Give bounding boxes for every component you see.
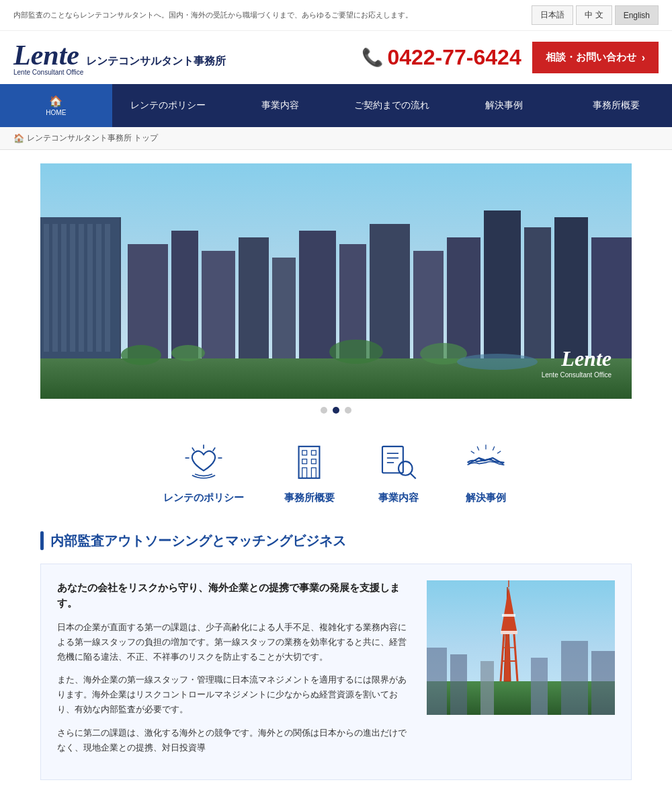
icon-grid: レンテのポリシー 事務所概要 事業内容 [34,422,638,518]
contact-button[interactable]: 相談・お問い合わせ › [532,42,659,73]
nav-business[interactable]: 事業内容 [224,84,336,127]
nav-flow-label: ご契約までの流れ [354,100,429,112]
logo-subtitle: レンテコンサルタント事務所 [86,54,226,69]
navigation: 🏠 HOME レンテのポリシー 事業内容 ご契約までの流れ 解決事例 事務所概要 [0,84,672,127]
policy-icon [180,442,227,482]
icon-item-business[interactable]: 事業内容 [375,442,422,504]
dot-3[interactable] [345,407,351,414]
nav-home-label: HOME [46,109,66,116]
svg-rect-8 [61,224,67,352]
svg-rect-15 [171,231,198,358]
svg-rect-60 [561,641,588,715]
svg-point-49 [398,461,413,475]
nav-policy-label: レンテのポリシー [130,100,206,112]
content-h3: あなたの会社をリスクから守り、海外企業との提携で事業の発展を支援します。 [57,580,411,611]
svg-rect-61 [591,651,615,715]
dot-2[interactable] [333,407,339,414]
lang-ja-button[interactable]: 日本語 [532,5,573,25]
header-right: 📞 0422-77-6424 相談・お問い合わせ › [362,42,659,73]
svg-rect-39 [302,451,307,455]
nav-about[interactable]: 事務所概要 [560,84,672,127]
business-icon [375,442,422,482]
icon-item-cases[interactable]: 解決事例 [462,442,509,504]
home-icon: 🏠 [49,95,62,108]
svg-rect-13 [105,224,110,352]
content-text: あなたの会社をリスクから守り、海外企業との提携で事業の発展を支援します。 日本の… [57,580,411,763]
logo-small: Lente Consultant Office [13,69,226,76]
svg-line-35 [212,448,214,451]
svg-rect-12 [96,224,101,352]
phone-number: 📞 0422-77-6424 [362,45,521,70]
content-para1: 日本の企業が直面する第一の課題は、少子高齢化による人手不足、複雑化する業務内容に… [57,620,411,664]
top-bar: 内部監査のことならレンテコンサルタントへ。国内・海外の受託から職場づくりまで、あ… [0,0,672,31]
svg-rect-40 [311,451,316,455]
svg-rect-16 [202,251,235,358]
svg-rect-45 [382,447,403,473]
top-bar-text: 内部監査のことならレンテコンサルタントへ。国内・海外の受託から職場づくりまで、あ… [13,10,413,20]
phone-text: 0422-77-6424 [387,45,521,70]
language-switcher: 日本語 中 文 English [532,5,659,25]
svg-point-28 [121,345,161,365]
svg-rect-71 [480,661,494,715]
icon-item-office[interactable]: 事務所概要 [284,442,335,504]
content-para2: また、海外企業の第一線スタッフ・管理職に日本流マネジメントを適用するには限界があ… [57,672,411,717]
icon-label-business: 事業内容 [378,492,419,504]
svg-line-34 [192,448,194,451]
nav-business-label: 事業内容 [261,100,299,112]
svg-rect-18 [272,258,296,358]
logo-lente: Lente [13,39,79,71]
svg-line-50 [411,473,416,479]
icon-label-cases: 解決事例 [466,492,506,504]
nav-home[interactable]: 🏠 HOME [0,84,112,127]
logo-main: Lente レンテコンサルタント事務所 [13,39,226,71]
svg-line-52 [477,447,479,451]
lang-zh-button[interactable]: 中 文 [576,5,612,25]
nav-about-label: 事務所概要 [593,100,640,112]
svg-rect-21 [370,224,410,358]
office-icon [286,442,333,482]
svg-rect-70 [502,614,515,617]
section-heading-text: 内部監査アウトソーシングとマッチングビジネス [50,532,346,550]
slider-dots [0,399,672,422]
svg-rect-14 [128,244,168,358]
content-box: あなたの会社をリスクから守り、海外企業との提携で事業の発展を支援します。 日本の… [40,564,632,780]
dot-1[interactable] [321,407,327,414]
svg-rect-42 [311,459,316,464]
nav-flow[interactable]: ご契約までの流れ [336,84,448,127]
svg-point-32 [457,354,538,370]
svg-rect-27 [591,237,632,358]
contact-btn-label: 相談・お問い合わせ [546,51,636,64]
icon-item-policy[interactable]: レンテのポリシー [163,442,244,504]
icon-label-policy: レンテのポリシー [163,492,244,504]
svg-rect-23 [447,237,480,358]
cases-icon [462,442,509,482]
nav-policy[interactable]: レンテのポリシー [112,84,224,127]
svg-rect-43 [302,468,307,478]
nav-cases[interactable]: 解決事例 [448,84,560,127]
breadcrumb-path: レンテコンサルタント事務所 トップ [27,132,158,144]
header: Lente レンテコンサルタント事務所 Lente Consultant Off… [0,31,672,84]
svg-rect-9 [70,224,75,352]
svg-line-53 [493,447,495,451]
phone-icon: 📞 [362,47,383,68]
section-heading: 内部監査アウトソーシングとマッチングビジネス [0,518,672,557]
tokyo-tower-image [427,580,615,715]
svg-point-30 [329,340,383,364]
svg-rect-72 [531,658,548,715]
breadcrumb: 🏠 レンテコンサルタント事務所 トップ [0,127,672,150]
section-heading-bar [40,531,44,550]
lang-en-button[interactable]: English [615,5,659,25]
svg-rect-25 [524,227,551,358]
hero-slider: Lente Lente Consultant Office [40,163,632,399]
slider-logo-main: Lente [542,346,612,371]
svg-rect-7 [52,224,58,352]
content-image [427,580,615,715]
icon-label-office: 事務所概要 [284,492,335,504]
content-para3: さらに第二の課題は、激化する海外との競争です。海外との関係は日本からの進出だけで… [57,726,411,755]
svg-rect-17 [239,237,269,358]
svg-line-55 [497,451,501,453]
breadcrumb-home-icon: 🏠 [13,133,24,143]
slider-logo: Lente Lente Consultant Office [542,346,612,379]
svg-rect-59 [450,654,467,715]
nav-cases-label: 解決事例 [485,100,523,112]
